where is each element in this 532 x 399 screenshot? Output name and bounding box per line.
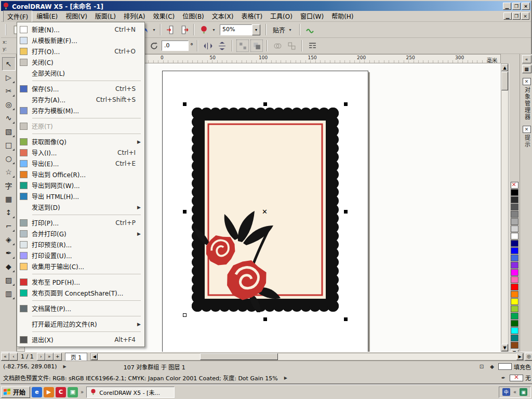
minimize-icon[interactable]: ▁ <box>503 3 511 10</box>
text-tool[interactable]: 字 <box>2 179 16 192</box>
crop-tool[interactable]: ✂ <box>2 84 16 98</box>
file-menu-item-33[interactable]: 退出(X)Alt+F4 <box>18 334 144 345</box>
color-swatch-ffffff[interactable] <box>511 233 518 240</box>
snap-to-button[interactable]: 贴齐 ▾ <box>270 22 296 37</box>
horizontal-scrollbar[interactable]: ◀ ▶ <box>90 353 524 361</box>
interactive-fill-tool[interactable]: ▥ <box>2 287 16 300</box>
tray-collapse-icon[interactable]: « <box>512 389 517 395</box>
selection-handle[interactable] <box>344 102 348 106</box>
color-swatch-4169e1[interactable] <box>511 255 518 261</box>
file-menu-item-22[interactable]: 打印预览(R)... <box>18 239 144 250</box>
next-page-icon[interactable]: › <box>37 353 45 361</box>
docker-tab-hints[interactable]: 提示 <box>523 135 531 148</box>
close-icon[interactable]: × <box>522 3 530 10</box>
outline-color-swatch[interactable] <box>510 375 523 381</box>
file-menu-item-1[interactable]: 从模板新建(F)... <box>18 35 144 46</box>
import-button[interactable] <box>164 23 177 36</box>
mirror-horizontal-button[interactable] <box>202 39 214 52</box>
file-menu-item-31[interactable]: 打开最近用过的文件(R)▶ <box>18 318 144 329</box>
color-swatch-ff69b4[interactable] <box>511 276 518 283</box>
corel-quicklaunch-icon[interactable]: C <box>56 387 66 397</box>
order-button[interactable] <box>250 39 263 52</box>
page-tab[interactable]: 页 1 <box>65 353 88 361</box>
menubar-item-5[interactable]: 效果(C) <box>149 10 178 22</box>
no-color-swatch[interactable] <box>511 182 518 189</box>
smart-fill-tool[interactable]: ▧ <box>2 125 16 138</box>
file-menu-item-4[interactable]: 全部关闭(L) <box>18 68 144 78</box>
color-swatch-00a550[interactable] <box>511 313 518 320</box>
restore-icon[interactable]: ❐ <box>512 3 521 10</box>
color-swatch-8b4513[interactable] <box>511 342 518 349</box>
color-swatch-8a2be2[interactable] <box>511 262 518 269</box>
start-button[interactable]: 开始 <box>1 387 30 398</box>
selection-handle[interactable] <box>183 210 187 214</box>
color-swatch-ff00ff[interactable] <box>511 269 518 276</box>
align-distribute-button[interactable] <box>236 39 249 52</box>
mdi-close-icon[interactable]: × <box>521 12 529 20</box>
selection-handle[interactable] <box>263 102 267 106</box>
file-menu-item-16[interactable]: 导出到网页(W)... <box>18 180 144 191</box>
selection-center-mark[interactable]: ✕ <box>262 209 268 215</box>
blend-tool[interactable]: ◈ <box>2 233 16 246</box>
color-swatch-0000ff[interactable] <box>511 247 518 254</box>
menubar-item-3[interactable]: 版面(L) <box>91 10 119 22</box>
selection-origin-handle[interactable] <box>183 313 187 317</box>
rectangle-tool[interactable]: □ <box>2 138 16 152</box>
file-menu-item-7[interactable]: 另存为(A)...Ctrl+Shift+S <box>18 94 144 105</box>
file-menu-item-29[interactable]: 文档属性(P)... <box>18 303 144 314</box>
eyedropper-tool[interactable]: ✒ <box>2 246 16 260</box>
file-menu-item-18[interactable]: 发送到(D)▶ <box>18 202 144 212</box>
previous-page-icon[interactable]: ‹ <box>9 353 18 361</box>
ellipse-tool[interactable]: ○ <box>2 152 16 165</box>
welcome-screen-icon[interactable] <box>303 23 316 36</box>
outline-pen-tool[interactable]: ◆ <box>2 260 16 273</box>
menubar-item-9[interactable]: 工具(O) <box>267 10 296 22</box>
color-swatch-808080[interactable] <box>511 211 518 218</box>
quick-launch-overflow-icon[interactable]: » <box>79 389 85 395</box>
color-swatch-008080[interactable] <box>511 335 518 341</box>
color-swatch-aaaaaa[interactable] <box>511 218 518 225</box>
file-menu-item-12[interactable]: 获取图像(Q)▶ <box>18 136 144 147</box>
file-menu-item-0[interactable]: 新建(N)...Ctrl+N <box>18 24 144 35</box>
selection-handle[interactable] <box>344 210 348 214</box>
ie-icon[interactable]: e <box>32 387 42 397</box>
selection-handle[interactable] <box>183 102 187 106</box>
zoom-tool[interactable]: ◎ <box>2 98 16 111</box>
horizontal-scroll-thumb[interactable] <box>200 353 278 360</box>
menubar-item-0[interactable]: 文件(F) <box>3 10 32 22</box>
color-swatch-00ffff[interactable] <box>511 327 518 334</box>
file-menu-item-26[interactable]: 发布至 PDF(H)... <box>18 276 144 287</box>
last-page-icon[interactable]: » <box>45 353 54 361</box>
connector-tool[interactable]: ⌐ <box>2 219 16 233</box>
mdi-minimize-icon[interactable]: ▁ <box>503 12 512 20</box>
media-player-icon[interactable]: ▶ <box>44 387 54 397</box>
show-desktop-icon[interactable]: ▣ <box>68 387 78 397</box>
pan-zoom-icon[interactable]: ◎ <box>525 353 532 361</box>
taskbar-task-button[interactable]: CorelDRAW X5 - [未... <box>86 387 175 398</box>
table-tool[interactable]: ▦ <box>2 192 16 206</box>
tray-display-icon[interactable]: ▣ <box>520 388 527 396</box>
fill-color-swatch[interactable] <box>498 363 512 370</box>
file-menu-item-6[interactable]: 保存(S)...Ctrl+S <box>18 83 144 94</box>
rotation-angle-field[interactable]: .0 <box>162 41 189 51</box>
wrap-text-button[interactable] <box>306 39 318 52</box>
zoom-dropdown-icon[interactable]: ▾ <box>252 24 260 35</box>
menubar-item-1[interactable]: 编辑(E) <box>33 10 61 22</box>
menubar-item-8[interactable]: 表格(T) <box>237 10 266 22</box>
file-menu-item-23[interactable]: 打印设置(U)... <box>18 250 144 261</box>
mirror-vertical-button[interactable] <box>216 39 228 52</box>
selection-handle[interactable] <box>263 317 267 321</box>
selection-handle[interactable] <box>344 317 348 321</box>
rotate-icon[interactable] <box>148 39 160 52</box>
color-proof-icon[interactable]: ⊡ <box>477 363 486 370</box>
object-manager-icon[interactable]: ▦ <box>522 65 531 73</box>
color-swatch-ffff00[interactable] <box>511 298 518 305</box>
shape-tool[interactable]: ▷ <box>2 71 16 84</box>
color-swatch-006400[interactable] <box>511 320 518 327</box>
color-swatch-d4d4d4[interactable] <box>511 225 518 232</box>
color-swatch-ff7f00[interactable] <box>511 291 518 298</box>
menubar-item-4[interactable]: 排列(A) <box>120 10 149 22</box>
file-menu-item-14[interactable]: 导出(E)...Ctrl+E <box>18 158 144 169</box>
first-page-icon[interactable]: « <box>1 353 9 361</box>
color-swatch-ff0000[interactable] <box>511 284 518 290</box>
